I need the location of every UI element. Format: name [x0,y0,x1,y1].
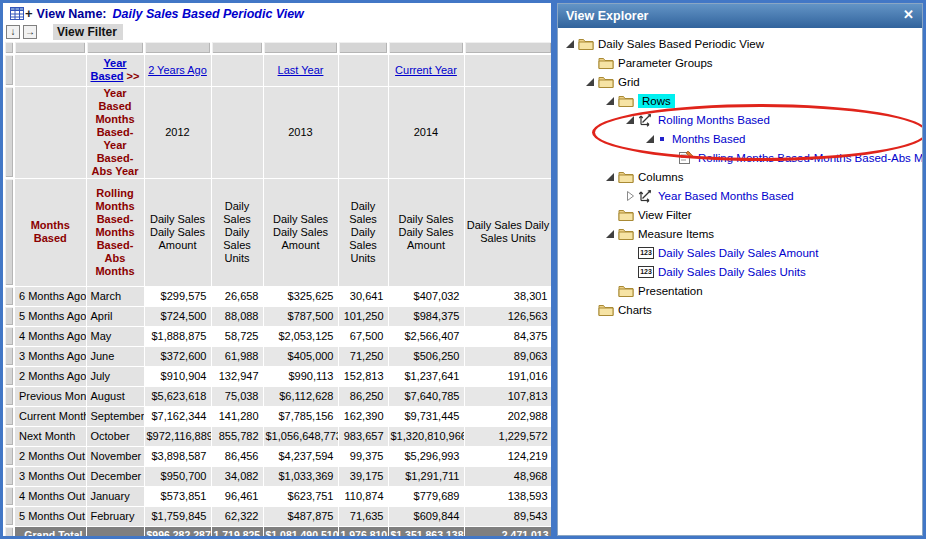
row-selector[interactable] [4,466,14,486]
row-dim-link[interactable]: Year Based [91,57,127,82]
year-dim-label-cell: Year Based Months Based-Year Based-Abs Y… [86,86,144,178]
header-empty-cell [464,54,551,86]
close-icon[interactable]: ✕ [903,7,914,22]
grand-total-cell: $1,351,863,138 [388,526,464,536]
expand-open-icon[interactable] [624,114,638,126]
row-selector[interactable] [4,406,14,426]
tree-item-year-based-months-based[interactable]: Year Based Months Based [558,186,922,205]
table-row: 3 Months OutDecember$950,70034,082$1,033… [4,466,551,486]
column-selector[interactable] [263,41,338,54]
data-cell: 107,813 [464,386,551,406]
data-cell: $787,500 [263,306,338,326]
view-filter-label[interactable]: View Filter [53,24,123,41]
view-name-value: Daily Sales Based Periodic View [113,7,304,21]
column-selector[interactable] [86,41,144,54]
expand-open-icon[interactable] [564,38,578,50]
tree-item-label: Measure Items [638,228,714,240]
tree-item-rolling-months-based[interactable]: Rolling Months Based [558,110,922,129]
expand-open-icon[interactable] [584,76,598,88]
tree-item-grid[interactable]: Grid [558,72,922,91]
month-label-cell: December [86,466,144,486]
table-row: Previous MonthAugust$5,623,61875,038$6,1… [4,386,551,406]
expand-open-icon[interactable] [644,133,658,145]
add-view-icon[interactable]: + [25,7,33,20]
row-selector[interactable] [4,526,14,536]
view-explorer-titlebar[interactable]: View Explorer ✕ [558,4,922,28]
data-cell: 124,219 [464,446,551,466]
row-selector[interactable] [4,306,14,326]
grand-total-cell: $996,282,287 [144,526,211,536]
row-selector[interactable] [4,506,14,526]
row-selector[interactable] [4,326,14,346]
sales-pivot-table: Year Based >>2 Years AgoLast YearCurrent… [3,40,551,536]
data-cell: 126,563 [464,306,551,326]
measure-123-icon: 123 [638,266,658,278]
move-right-button[interactable]: → [23,25,37,39]
row-selector[interactable] [4,426,14,446]
year-link[interactable]: Last Year [278,64,324,76]
grand-total-cell: 1,719,825 [211,526,263,536]
expand-open-icon[interactable] [604,95,618,107]
view-filter-toolbar: ↓ → View Filter [3,24,551,40]
grand-total-label: Grand Total [14,526,86,536]
row-selector[interactable] [4,178,14,286]
row-selector[interactable] [4,286,14,306]
tree-item-view-filter[interactable]: View Filter [558,205,922,224]
year-link[interactable]: 2 Years Ago [148,64,207,76]
row-selector[interactable] [4,486,14,506]
member-bullet-icon [658,134,672,144]
data-cell: $623,751 [263,486,338,506]
column-selector[interactable] [14,41,86,54]
tree-item-presentation[interactable]: Presentation [558,281,922,300]
grand-total-empty [86,526,144,536]
column-selector[interactable] [144,41,211,54]
period-label-cell: 3 Months Ago [14,346,86,366]
tree-item-columns[interactable]: Columns [558,167,922,186]
folder-icon [618,226,638,241]
tree-item-measure-items[interactable]: Measure Items [558,224,922,243]
tree-item-daily-sales-daily-sales-units[interactable]: 123Daily Sales Daily Sales Units [558,262,922,281]
tree-item-daily-sales-based-periodic-view[interactable]: Daily Sales Based Periodic View [558,34,922,53]
dimension-pivot-icon [638,112,658,127]
row-selector[interactable] [4,346,14,366]
year-link[interactable]: Current Year [395,64,457,76]
tree-item-rows[interactable]: Rows [558,91,922,110]
row-selector[interactable] [4,86,14,178]
data-cell: $2,053,125 [263,326,338,346]
data-cell: $1,237,641 [388,366,464,386]
dimension-pivot-icon [638,188,658,203]
grand-total-row: Grand Total$996,282,2871,719,825$1,081,4… [4,526,551,536]
measure-123-icon: 123 [638,247,658,259]
column-selector[interactable] [464,41,551,54]
column-selector[interactable] [388,41,464,54]
row-selector[interactable] [4,366,14,386]
tree-item-rolling-months-based-months-based-abs-months[interactable]: Rolling Months Based-Months Based-Abs Mo… [558,148,922,167]
expand-open-icon[interactable] [604,228,618,240]
data-cell: 855,782 [211,426,263,446]
corner-selector[interactable] [4,41,14,54]
data-cell: $573,851 [144,486,211,506]
table-row: 5 Months OutFebruary$1,759,84562,322$487… [4,506,551,526]
month-label-cell: October [86,426,144,446]
column-selector[interactable] [338,41,388,54]
move-down-button[interactable]: ↓ [6,25,20,39]
tree-item-parameter-groups[interactable]: Parameter Groups [558,53,922,72]
folder-icon [618,169,638,184]
expand-closed-icon[interactable] [624,190,638,202]
expand-open-icon[interactable] [604,171,618,183]
pivot-chevrons[interactable]: >> [127,70,140,82]
measure-units-header: Daily Sales Daily Sales Units [211,178,263,286]
tree-item-daily-sales-daily-sales-amount[interactable]: 123Daily Sales Daily Sales Amount [558,243,922,262]
grid-view-pane: + View Name: Daily Sales Based Periodic … [3,3,551,536]
year-link-cell: 2 Years Ago [144,54,211,86]
data-cell: $1,888,875 [144,326,211,346]
tree-item-charts[interactable]: Charts [558,300,922,319]
data-cell: $4,237,594 [263,446,338,466]
row-selector[interactable] [4,386,14,406]
row-selector[interactable] [4,54,14,86]
column-selector[interactable] [211,41,263,54]
row-selector[interactable] [4,446,14,466]
tree-item-months-based[interactable]: Months Based [558,129,922,148]
expand-spacer [624,266,638,278]
data-cell: 1,229,572 [464,426,551,446]
